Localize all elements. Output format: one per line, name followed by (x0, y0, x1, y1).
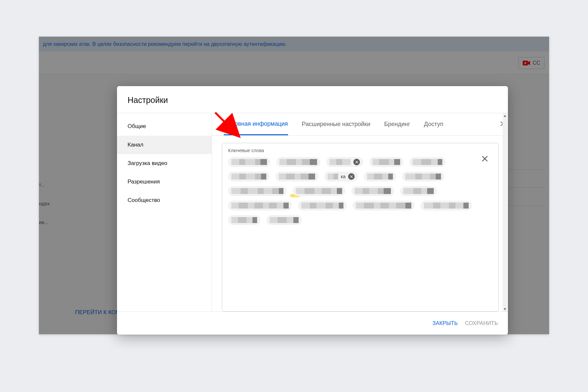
chip-remove-icon[interactable]: ✕ (348, 173, 355, 180)
dialog-body: Общие Канал Загрузка видео Разрешения Со… (117, 113, 508, 311)
keyword-chip[interactable] (298, 201, 347, 211)
dialog-footer: ЗАКРЫТЬ СОХРАНИТЬ (117, 311, 508, 335)
tabs-bar: Основная информация Расширенные настройк… (212, 113, 508, 136)
tab-access[interactable]: Доступ (424, 114, 443, 135)
chip-remove-icon[interactable]: ✕ (353, 159, 360, 165)
keyword-chip[interactable] (402, 172, 444, 181)
keyword-chip[interactable] (228, 157, 270, 167)
sidebar-item-permissions[interactable]: Разрешения (117, 173, 212, 191)
content-scrollbar[interactable]: ▲ ▼ (503, 113, 507, 311)
keyword-chip[interactable] (228, 172, 270, 181)
settings-dialog: Настройки Общие Канал Загрузка видео Раз… (117, 86, 508, 335)
keyword-chip[interactable] (353, 201, 415, 211)
keyword-chip[interactable]: ка✕ (324, 172, 358, 181)
security-banner: для хакерских атак. В целях безопасности… (39, 37, 549, 51)
close-button[interactable]: ЗАКРЫТЬ (432, 320, 458, 326)
create-button-label: СС (533, 60, 540, 66)
sidebar-item-community[interactable]: Сообщество (117, 191, 212, 210)
keywords-field[interactable]: Ключевые слова ✕ (222, 143, 499, 311)
keyword-chip[interactable] (276, 172, 318, 181)
keyword-chip[interactable] (228, 215, 260, 225)
tab-basic-info[interactable]: Основная информация (224, 114, 288, 135)
keyword-chip[interactable] (369, 157, 403, 167)
tab-advanced[interactable]: Расширенные настройки (302, 114, 370, 135)
keyword-chip[interactable] (400, 186, 437, 196)
keyword-chip[interactable] (351, 186, 394, 196)
scroll-up-icon[interactable]: ▲ (503, 114, 507, 117)
keyword-chip[interactable]: ✕ (326, 157, 363, 167)
bg-left-snippets: т... ндах ив... (39, 175, 66, 232)
sidebar-item-channel[interactable]: Канал (117, 136, 212, 154)
tab-branding[interactable]: Брендинг (384, 114, 410, 135)
keywords-label: Ключевые слова (228, 148, 492, 153)
dialog-title: Настройки (117, 86, 508, 113)
sidebar-item-upload[interactable]: Загрузка видео (117, 154, 212, 173)
settings-content: Основная информация Расширенные настройк… (212, 113, 508, 311)
sidebar-item-general[interactable]: Общие (117, 117, 212, 136)
screenshot-frame: для хакерских атак. В целях безопасности… (39, 37, 549, 334)
scroll-down-icon[interactable]: ▼ (503, 307, 507, 311)
background-header: СС (39, 51, 549, 75)
keyword-chip[interactable] (421, 201, 472, 211)
settings-sidebar: Общие Канал Загрузка видео Разрешения Со… (117, 113, 212, 311)
keyword-chip[interactable] (266, 215, 302, 225)
keyword-chip[interactable] (364, 172, 396, 181)
keyword-chips: ✕ ка✕ (228, 157, 492, 225)
keyword-chip[interactable] (293, 186, 345, 196)
keyword-chip[interactable] (409, 157, 446, 167)
create-video-button[interactable]: СС (518, 57, 544, 69)
keyword-chip[interactable] (228, 201, 292, 211)
camera-plus-icon (523, 60, 530, 66)
save-button[interactable]: СОХРАНИТЬ (465, 320, 498, 326)
keyword-chip[interactable] (276, 157, 320, 167)
keyword-chip[interactable] (228, 186, 287, 196)
